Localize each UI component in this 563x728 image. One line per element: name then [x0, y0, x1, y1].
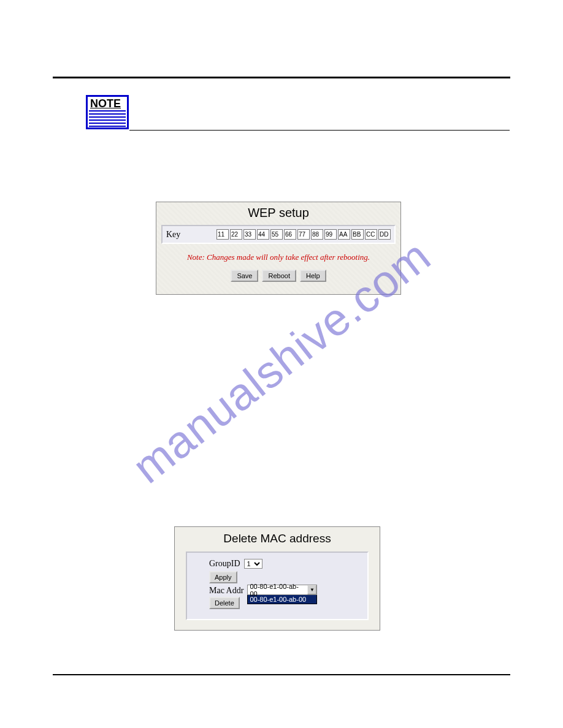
groupid-row: GroupID 1	[209, 559, 345, 569]
note-icon-lines	[89, 110, 126, 127]
wep-key-row: Key	[161, 225, 396, 244]
groupid-select[interactable]: 1	[244, 559, 262, 569]
help-button[interactable]: Help	[300, 270, 326, 282]
wep-key-input-6[interactable]	[284, 229, 296, 240]
groupid-label: GroupID	[209, 559, 240, 569]
note-icon: NOTE	[86, 95, 129, 129]
mac-addr-select-display[interactable]: 00-80-e1-00-ab-00 ▼	[247, 585, 317, 595]
delete-button[interactable]: Delete	[209, 597, 240, 609]
mac-panel-inner: GroupID 1 Apply Mac Addr Delete	[186, 552, 369, 620]
horizontal-rule-top	[53, 77, 510, 78]
apply-button[interactable]: Apply	[209, 571, 237, 583]
wep-key-input-3[interactable]	[243, 229, 256, 240]
mac-addr-label: Mac Addr	[209, 586, 243, 596]
mac-addr-row: Mac Addr Delete 00-80-e1-00-ab-00 ▼ 00-8…	[209, 586, 345, 612]
wep-key-input-2[interactable]	[230, 229, 242, 240]
wep-button-row: Save Reboot Help	[156, 270, 400, 282]
wep-key-input-5[interactable]	[270, 229, 283, 240]
note-icon-label: NOTE	[89, 98, 126, 109]
wep-key-fields	[216, 229, 391, 240]
wep-key-input-10[interactable]	[338, 229, 350, 240]
wep-key-input-13[interactable]	[378, 229, 391, 240]
wep-key-input-4[interactable]	[257, 229, 269, 240]
wep-panel-title: WEP setup	[156, 202, 400, 225]
apply-row: Apply	[209, 571, 345, 583]
mac-panel-title: Delete MAC address	[175, 527, 380, 552]
wep-key-input-11[interactable]	[351, 229, 364, 240]
wep-key-input-7[interactable]	[297, 229, 310, 240]
wep-setup-panel: WEP setup Key Note: Changes made will on…	[156, 202, 401, 295]
wep-key-label: Key	[166, 230, 214, 240]
horizontal-rule-note	[129, 130, 510, 131]
chevron-down-icon[interactable]: ▼	[307, 585, 316, 594]
wep-key-input-8[interactable]	[311, 229, 323, 240]
wep-key-input-9[interactable]	[324, 229, 337, 240]
wep-reboot-note: Note: Changes made will only take effect…	[156, 252, 400, 262]
delete-mac-panel: Delete MAC address GroupID 1 Apply Mac A…	[174, 526, 380, 631]
save-button[interactable]: Save	[231, 270, 258, 282]
mac-addr-selected-value: 00-80-e1-00-ab-00	[248, 583, 307, 597]
mac-addr-select[interactable]: 00-80-e1-00-ab-00 ▼ 00-80-e1-00-ab-00	[247, 585, 317, 604]
wep-key-input-1[interactable]	[216, 229, 229, 240]
reboot-button[interactable]: Reboot	[262, 270, 296, 282]
wep-key-input-12[interactable]	[365, 229, 377, 240]
horizontal-rule-bottom	[53, 674, 510, 675]
